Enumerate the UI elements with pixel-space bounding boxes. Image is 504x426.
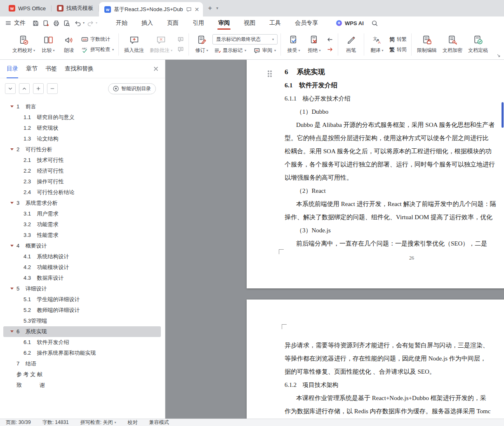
menu-tab-member[interactable]: 会员专享: [288, 16, 325, 30]
review-mode-button[interactable]: 审阅 ▾: [252, 46, 278, 55]
toc-item[interactable]: 3.3 性能需求: [3, 230, 161, 241]
sidebar-tab-chapter[interactable]: 章节: [26, 60, 38, 78]
status-proofread[interactable]: 校对: [127, 419, 137, 426]
toc-zoom-out-button[interactable]: [47, 83, 58, 94]
delete-comment-button[interactable]: 删除批注▾: [147, 31, 175, 58]
doc-proof-button[interactable]: 文档校对▾: [10, 31, 38, 58]
menu-tab-page[interactable]: 页面: [160, 16, 186, 30]
menu-tab-home[interactable]: 开始: [109, 16, 134, 30]
wps-ai-button[interactable]: WPS AI: [336, 20, 364, 26]
tab-wps-office[interactable]: W WPS Office: [3, 0, 51, 16]
document-page-26[interactable]: 6 系统实现 6.1 软件开发介绍 6.1.1 核心开发技术介绍 （1）Dubb…: [247, 60, 504, 288]
ribbon-collapse-icon[interactable]: [497, 54, 501, 58]
toc-expand-all-button[interactable]: [5, 83, 16, 94]
toc-item[interactable]: 1.3 论文结构: [3, 133, 161, 144]
toc-item[interactable]: 参 考 文 献: [3, 369, 161, 380]
toc-item[interactable]: 2 可行性分析: [3, 144, 161, 155]
print-preview-button[interactable]: [61, 19, 72, 28]
sidebar-tab-find-replace[interactable]: 查找和替换: [65, 60, 94, 78]
toc-item[interactable]: 3.2 功能需求: [3, 219, 161, 230]
markup-state-dropdown[interactable]: 显示标记的最终状态 ▾: [212, 34, 278, 44]
toc-expand-arrow-icon[interactable]: [10, 105, 14, 108]
undo-button[interactable]: ▾: [73, 19, 85, 28]
toc-item[interactable]: 5.3管理端: [3, 316, 161, 326]
translate-button[interactable]: 文A 翻译▾: [367, 31, 387, 58]
redo-button[interactable]: ▾: [85, 19, 97, 28]
menu-tab-tools[interactable]: 工具: [262, 16, 288, 30]
toc-item[interactable]: 6.2 操作系统界面和功能实现: [3, 348, 161, 358]
insert-comment-button[interactable]: 插入批注: [122, 31, 146, 58]
menu-tab-view[interactable]: 视图: [237, 16, 262, 30]
toc-item[interactable]: 1.1 研究目的与意义: [3, 112, 161, 123]
toc-item[interactable]: 7 结语: [3, 358, 161, 369]
menu-tab-review[interactable]: 审阅: [211, 16, 237, 30]
document-canvas[interactable]: 6 系统实现 6.1 软件开发介绍 6.1.1 核心开发技术介绍 （1）Dubb…: [165, 60, 504, 419]
toc-item[interactable]: 致 谢: [3, 380, 161, 391]
spell-check-button[interactable]: ABC 拼写检查 ▾: [80, 45, 115, 54]
save-button[interactable]: [31, 19, 41, 28]
toc-expand-arrow-icon[interactable]: [10, 148, 14, 150]
read-aloud-button[interactable]: 朗读: [59, 31, 79, 58]
toc-expand-arrow-icon[interactable]: [10, 288, 14, 290]
tab-list-chevron-icon[interactable]: ▾: [216, 6, 218, 10]
show-markup-button[interactable]: 显示标记 ▾: [212, 46, 248, 55]
toc-expand-arrow-icon[interactable]: [10, 245, 14, 247]
file-menu-button[interactable]: 文件: [5, 19, 26, 27]
toc-item[interactable]: 3.1 用户需求: [3, 208, 161, 219]
sidebar-tab-toc[interactable]: 目录: [7, 60, 18, 78]
prev-change-button[interactable]: [325, 35, 335, 44]
compare-button[interactable]: 比较▾: [38, 31, 58, 58]
toc-item[interactable]: 6.1 软件开发介绍: [3, 337, 161, 348]
status-compat-mode[interactable]: 兼容模式: [149, 419, 169, 426]
track-changes-button[interactable]: 修订▾: [192, 31, 212, 58]
prev-comment-button[interactable]: [176, 35, 186, 44]
toc-item[interactable]: 2.2 经济可行性: [3, 166, 161, 176]
search-button[interactable]: [371, 20, 378, 27]
toc-expand-arrow-icon[interactable]: [10, 330, 14, 332]
next-change-button[interactable]: [325, 45, 335, 54]
toc-item[interactable]: 4 概要设计: [3, 241, 161, 251]
tab-comment-icon[interactable]: [186, 7, 192, 12]
toc-item[interactable]: 4.3 数据库设计: [3, 273, 161, 283]
toc-item[interactable]: 2.3 操作可行性: [3, 176, 161, 187]
smart-toc-button[interactable]: 智能识别目录: [108, 83, 156, 94]
new-tab-button[interactable]: +: [208, 4, 212, 12]
sidebar-tab-bookmark[interactable]: 书签: [45, 60, 57, 78]
sidebar-close-button[interactable]: [153, 66, 159, 72]
undo-dropdown-caret[interactable]: ▾: [83, 21, 85, 25]
export-pdf-button[interactable]: [41, 19, 51, 28]
menu-tab-reference[interactable]: 引用: [186, 16, 211, 30]
toc-item[interactable]: 2.4 可行性分析结论: [3, 187, 161, 198]
tab-active-document[interactable]: W 基于React.JS+Node.JS+Dub ✕: [99, 2, 203, 16]
toc-zoom-in-button[interactable]: [33, 83, 44, 94]
next-comment-button[interactable]: [176, 45, 186, 54]
toc-item[interactable]: 6 系统实现: [3, 326, 161, 337]
restrict-edit-button[interactable]: 限制编辑: [415, 31, 439, 58]
simplified-to-traditional-button[interactable]: 简 转繁: [388, 35, 408, 44]
menu-tab-insert[interactable]: 插入: [134, 16, 160, 30]
vertical-scrollbar-thumb[interactable]: [502, 102, 504, 128]
toc-collapse-all-button[interactable]: [19, 83, 30, 94]
toc-item[interactable]: 1.2 研究现状: [3, 123, 161, 133]
status-spell-check[interactable]: 拼写检查: 关闭▾: [80, 419, 116, 426]
toc-item[interactable]: 2.1 技术可行性: [3, 155, 161, 166]
toc-expand-arrow-icon[interactable]: [10, 202, 14, 204]
toc-item[interactable]: 1 前言: [3, 101, 161, 112]
toc-item[interactable]: 5 详细设计: [3, 283, 161, 294]
tab-close-icon[interactable]: ✕: [195, 6, 200, 13]
redo-dropdown-caret[interactable]: ▾: [96, 21, 97, 25]
toc-item[interactable]: 5.1 学生端的详细设计: [3, 294, 161, 305]
accept-button[interactable]: 接受▾: [284, 31, 304, 58]
toc-item[interactable]: 4.2 功能模块设计: [3, 262, 161, 273]
reject-button[interactable]: 拒绝▾: [304, 31, 324, 58]
toc-item[interactable]: 5.2 教师端的详细设计: [3, 305, 161, 316]
doc-finalize-button[interactable]: 文档定稿: [466, 31, 490, 58]
doc-encrypt-button[interactable]: 文档加密: [440, 31, 465, 58]
status-word-count[interactable]: 字数: 14831: [42, 419, 69, 426]
toc-item[interactable]: 4.1 系统结构设计: [3, 251, 161, 262]
word-count-button[interactable]: 123 字数统计: [80, 35, 115, 44]
document-page-27[interactable]: 异步请求，需要等待资源到齐才能进行，会有短暂白屏与闪动，三是渲染、 等操作都在浏…: [247, 300, 504, 419]
tab-doc-template[interactable]: 找稿壳模板: [52, 0, 99, 16]
status-page-count[interactable]: 页面: 30/39: [6, 419, 31, 426]
traditional-to-simplified-button[interactable]: 繁 转简: [388, 45, 408, 54]
